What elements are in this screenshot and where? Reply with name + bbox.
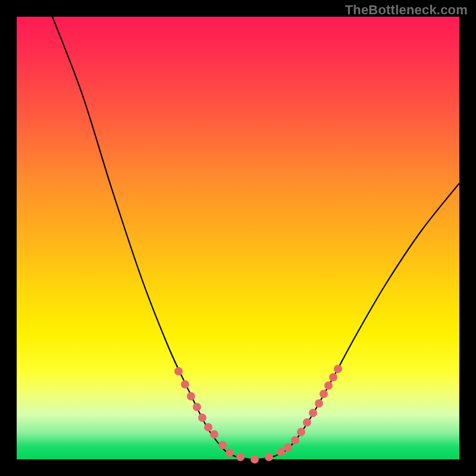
- marker-dot: [277, 448, 285, 456]
- marker-dot: [303, 418, 311, 427]
- marker-dot: [187, 392, 195, 400]
- marker-dot: [226, 449, 234, 457]
- marker-dot: [198, 414, 206, 422]
- marker-dot: [320, 390, 328, 398]
- marker-dot: [265, 453, 273, 461]
- marker-dot: [236, 453, 245, 461]
- marker-dot: [210, 430, 218, 439]
- marker-dot: [309, 409, 317, 417]
- marker-dot: [284, 443, 292, 452]
- marker-dot: [193, 403, 201, 411]
- outer-frame: TheBottleneck.com: [0, 0, 476, 476]
- marker-dot: [204, 423, 212, 431]
- marker-dot: [250, 455, 259, 464]
- marker-dot: [291, 436, 299, 444]
- chart-svg: [17, 17, 459, 459]
- marker-dot: [181, 380, 189, 389]
- marker-dot: [334, 365, 342, 373]
- marker-dot: [324, 381, 333, 390]
- marker-dot: [329, 373, 337, 381]
- marker-dot: [297, 428, 305, 436]
- marker-dot: [218, 441, 227, 449]
- bottleneck-curve: [52, 17, 459, 459]
- chart-gradient-area: [17, 17, 459, 459]
- marker-dot: [315, 399, 323, 408]
- watermark-text: TheBottleneck.com: [345, 2, 468, 18]
- marker-dot: [174, 367, 183, 375]
